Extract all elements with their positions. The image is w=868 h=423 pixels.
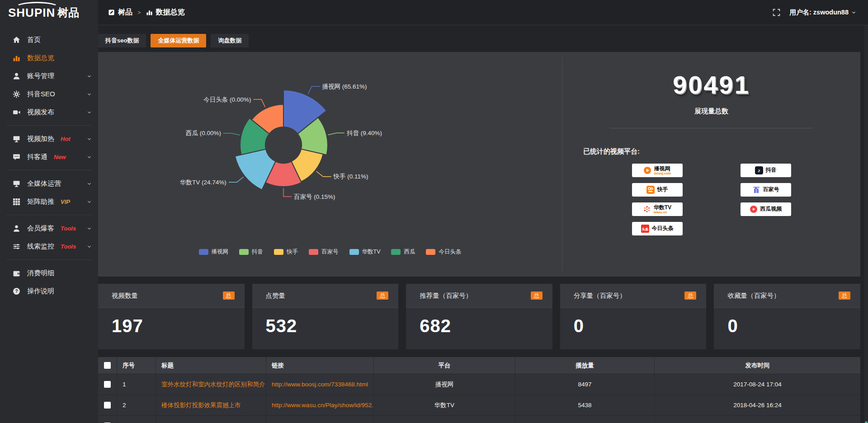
sidebar-item-operation-guide[interactable]: ?操作说明	[0, 282, 98, 300]
empty-cell	[266, 416, 374, 423]
pie-label-line	[316, 171, 331, 177]
select-all-checkbox[interactable]	[104, 362, 111, 369]
sidebar-item-consumption-details[interactable]: 消费明细	[0, 264, 98, 282]
breadcrumb-separator: >	[137, 9, 141, 16]
legend-label: 华数TV	[362, 248, 381, 256]
wallet-icon	[13, 269, 20, 277]
platform-name: 今日头条	[652, 226, 674, 231]
sidebar-item-lead-monitor[interactable]: 线索监控Tools	[0, 237, 98, 255]
tab-douyin-seo-data[interactable]: 抖音seo数据	[98, 34, 146, 47]
cell-title: 室外水纹灯和室内水纹灯的区别和简介	[156, 374, 266, 395]
sidebar-item-label: 账号管理	[27, 72, 54, 80]
total-badge: 总	[839, 291, 850, 300]
sidebar-item-label: 视频加热	[27, 135, 54, 143]
chevron-down-icon	[851, 10, 856, 15]
column-header-label: 发布时间	[745, 362, 770, 370]
sidebar-item-douketong[interactable]: 抖客通New	[0, 148, 98, 166]
stat-card-header: 分享量（百家号）总	[560, 284, 707, 308]
logo-arc-decoration	[15, 2, 59, 13]
legend-item-5[interactable]: 西瓜	[391, 248, 415, 256]
sidebar-item-data-overview[interactable]: 数据总览	[0, 49, 98, 67]
row-checkbox[interactable]	[104, 381, 111, 388]
sidebar-divider	[6, 125, 92, 126]
legend-label: 快手	[287, 248, 298, 256]
empty-cell	[156, 416, 266, 423]
pie-chart-area: 播视网 (65.61%)抖音 (9.40%)快手 (0.11%)百家号 (0.1…	[98, 52, 562, 277]
row-checkbox[interactable]	[104, 402, 111, 409]
pie-label: 百家号 (0.15%)	[294, 193, 335, 200]
stat-card-label: 收藏量（百家号）	[727, 291, 780, 300]
platform-chip-6: 头条今日头条	[632, 222, 683, 235]
row-link-title[interactable]: 楼体投影灯投影效果震撼上市	[161, 401, 241, 409]
platform-name: 华数TV	[654, 205, 671, 211]
platforms-title: 已统计的视频平台:	[583, 147, 860, 156]
row-link-link[interactable]: http://www.wasu.cn/Play/show/id/952...	[272, 402, 374, 409]
baijiahao-logo: 百	[752, 186, 760, 194]
tab-inquiry-data[interactable]: 询盘数据	[211, 34, 249, 47]
pie-label-line	[283, 188, 292, 197]
legend-item-4[interactable]: 华数TV	[349, 248, 381, 256]
legend-item-6[interactable]: 今日头条	[426, 248, 461, 256]
row-text-time: 2017-08-24 17:04	[733, 381, 782, 388]
empty-cell	[515, 416, 655, 423]
sidebar-item-badge: Tools	[61, 225, 76, 232]
column-header-label: 平台	[439, 362, 451, 370]
video-table: 序号标题链接平台播放量发布时间 1室外水纹灯和室内水纹灯的区别和简介http:/…	[98, 357, 860, 423]
platform-name: 西瓜视频	[760, 206, 782, 212]
breadcrumb-app[interactable]: 树品	[118, 8, 132, 17]
sidebar-item-badge: Tools	[61, 243, 76, 250]
content-area: 抖音seo数据全媒体运营数据询盘数据 播视网 (65.61%)抖音 (9.40%…	[98, 34, 868, 423]
row-link-link[interactable]: http://www.boosj.com/7338468.html	[272, 381, 368, 388]
stat-card-value: 682	[406, 308, 552, 336]
gear-icon	[13, 90, 20, 98]
legend-swatch	[426, 249, 435, 255]
heat-icon	[13, 135, 20, 143]
platform-chip-text: 西瓜视频	[760, 206, 782, 212]
stat-card-video-count: 视频数量总197	[98, 284, 245, 349]
legend-item-1[interactable]: 抖音	[239, 248, 263, 256]
sidebar-item-badge: New	[54, 154, 66, 160]
sidebar-item-label: 消费明细	[27, 269, 54, 277]
total-impressions-label: 展现量总数	[562, 107, 860, 116]
legend-label: 今日头条	[439, 248, 461, 256]
logo-cjk-text: 树品	[57, 5, 79, 20]
sidebar-item-matrix-boost[interactable]: 矩阵助推VIP	[0, 193, 98, 211]
row-text-platform: 播视网	[435, 381, 454, 389]
platform-chip-4: 华数TVwasu.cn	[632, 202, 683, 216]
pie-label-line	[308, 86, 320, 94]
sidebar-item-video-heat[interactable]: 视频加热Hot	[0, 130, 98, 148]
scrollbar-thumb[interactable]	[865, 421, 868, 423]
pie-label-line	[328, 133, 345, 135]
sidebar-item-douyin-seo[interactable]: 抖音SEO	[0, 85, 98, 103]
app-logo[interactable]: SHUPIN 树品	[0, 0, 98, 25]
boosj-logo	[643, 166, 651, 174]
row-link-title[interactable]: 室外水纹灯和室内水纹灯的区别和简介	[161, 381, 265, 389]
user-menu[interactable]: 用户名: zswodun88	[789, 8, 856, 17]
sidebar: SHUPIN 树品 首页数据总览账号管理抖音SEO视频发布视频加热Hot抖客通N…	[0, 0, 98, 423]
sidebar-item-account-management[interactable]: 账号管理	[0, 67, 98, 85]
empty-cell	[655, 416, 860, 423]
monitor-icon	[13, 180, 20, 188]
sidebar-item-omnimedia-operation[interactable]: 全媒体运营	[0, 174, 98, 193]
svg-text:?: ?	[15, 289, 18, 294]
fullscreen-icon[interactable]	[773, 9, 780, 16]
stat-card-value: 0	[714, 308, 860, 336]
tab-omnimedia-data[interactable]: 全媒体运营数据	[151, 34, 206, 47]
sidebar-item-member-baoke[interactable]: 会员爆客Tools	[0, 219, 98, 237]
legend-item-0[interactable]: 播视网	[199, 248, 229, 256]
stat-card-likes: 点赞量总532	[252, 284, 399, 349]
sidebar-item-video-publish[interactable]: 视频发布	[0, 103, 98, 121]
grid-icon	[13, 198, 20, 206]
svg-text:百: 百	[753, 186, 760, 193]
shupin-app-icon	[108, 9, 115, 16]
platform-chip-5: 西瓜视频	[741, 202, 791, 216]
column-header-label: 序号	[123, 362, 135, 370]
page-scrollbar[interactable]	[864, 25, 868, 423]
legend-item-3[interactable]: 百家号	[309, 248, 339, 256]
legend-label: 播视网	[212, 248, 229, 256]
breadcrumb-page[interactable]: 数据总览	[156, 8, 185, 17]
legend-item-2[interactable]: 快手	[274, 248, 298, 256]
stat-cards-row: 视频数量总197点赞量总532推荐量（百家号）总682分享量（百家号）总0收藏量…	[98, 284, 860, 349]
legend-swatch	[239, 249, 249, 255]
sidebar-item-home[interactable]: 首页	[0, 31, 98, 49]
